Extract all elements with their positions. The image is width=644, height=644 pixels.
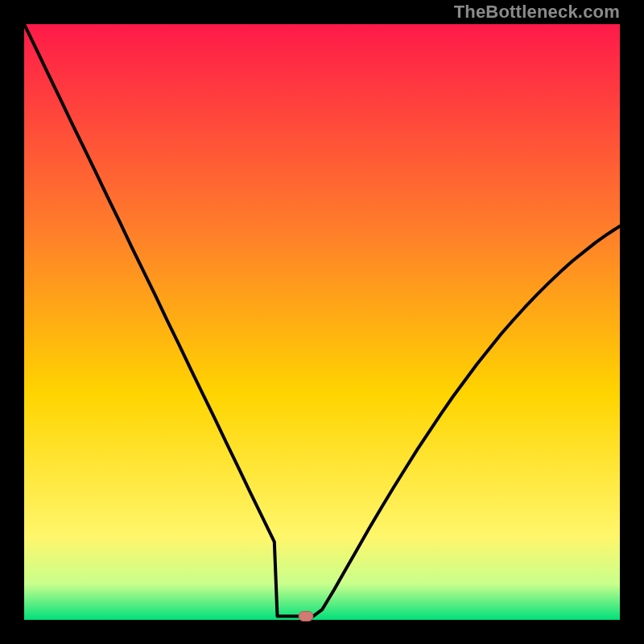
- minimum-marker: [299, 612, 313, 621]
- chart-svg: [0, 0, 644, 644]
- plot-background: [24, 24, 620, 620]
- chart-frame: TheBottleneck.com: [0, 0, 644, 644]
- watermark-text: TheBottleneck.com: [454, 2, 620, 23]
